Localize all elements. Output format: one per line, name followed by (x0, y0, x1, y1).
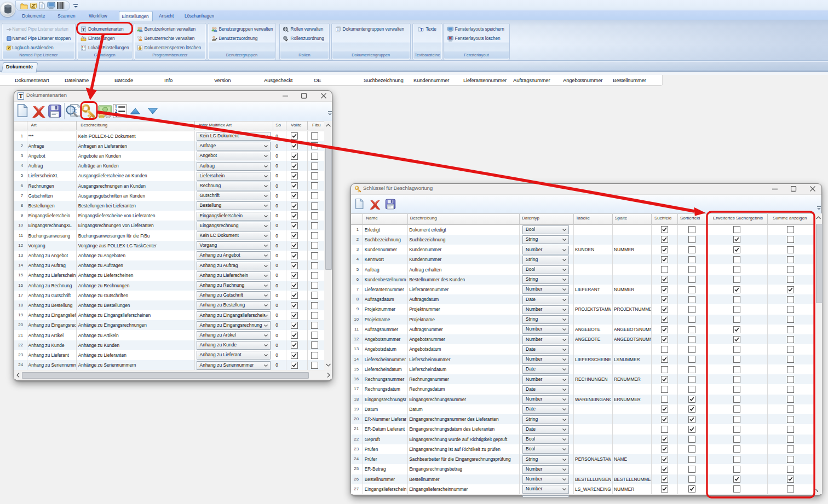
svg-text:T: T (82, 27, 85, 31)
svg-text:T: T (420, 27, 423, 32)
svg-text:3: 3 (115, 113, 117, 118)
svg-text:T: T (19, 93, 23, 99)
